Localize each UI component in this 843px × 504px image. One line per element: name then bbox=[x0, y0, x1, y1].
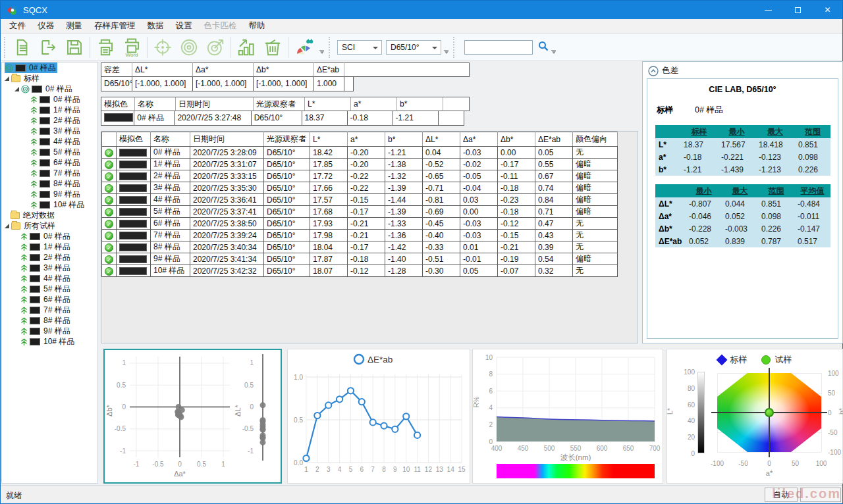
color-difference-panel: 色差 CIE LAB, D65/10° 标样 0# 样品 标样最小最大范围L*1… bbox=[642, 61, 843, 343]
data-cell: 0.43 bbox=[535, 230, 573, 241]
toolbar-overflow-icon[interactable] bbox=[444, 50, 449, 54]
export-button[interactable] bbox=[35, 36, 61, 59]
trend-chart-button[interactable] bbox=[233, 36, 259, 59]
menu-item-6[interactable]: 设置 bbox=[170, 19, 198, 33]
tree-item-0# 样品[interactable]: 0# 样品 bbox=[2, 84, 97, 94]
tree-item-绝对数据[interactable]: 绝对数据 bbox=[2, 210, 97, 220]
menu-item-7[interactable]: 色卡匹检 bbox=[198, 19, 243, 33]
reflectance-chart-card[interactable]: 4004505005506006507000246810R%波长(nm) bbox=[472, 349, 663, 484]
table-row[interactable]: ✓6# 样品2020/7/25 3:38:50D65/10°17.93-0.21… bbox=[102, 218, 618, 230]
tree-item-8# 样品[interactable]: 8# 样品 bbox=[2, 178, 97, 189]
tree-item-0# 样品[interactable]: 0# 样品 bbox=[2, 94, 97, 105]
sample-table: 模拟色名称日期时间光源观察者L*a*b*ΔL*Δa*Δb*ΔE*ab颜色偏向✓0… bbox=[101, 132, 618, 277]
toolbar-overflow-icon[interactable] bbox=[319, 50, 324, 54]
tree-item-1# 样品[interactable]: 1# 样品 bbox=[2, 241, 97, 252]
tree-item-9# 样品[interactable]: 9# 样品 bbox=[2, 189, 97, 199]
tree-expander-icon[interactable] bbox=[5, 224, 9, 228]
table-row[interactable]: ✓9# 样品2020/7/25 3:41:34D65/10°17.87-0.18… bbox=[102, 253, 618, 265]
tree-item-2# 样品[interactable]: 2# 样品 bbox=[2, 115, 97, 126]
menu-item-1[interactable]: 文件 bbox=[3, 19, 32, 33]
tree-item-标样[interactable]: 标样 bbox=[2, 73, 97, 84]
tree-item-5# 样品[interactable]: 5# 样品 bbox=[2, 147, 97, 157]
tree-item-3# 样品[interactable]: 3# 样品 bbox=[2, 126, 97, 136]
tree-item-0# 样品[interactable]: 0# 样品 bbox=[2, 231, 97, 241]
menu-item-4[interactable]: 存样库管理 bbox=[88, 19, 142, 33]
table-row[interactable]: ✓0# 样品2020/7/25 3:28:09D65/10°18.42-0.20… bbox=[102, 147, 618, 159]
tree-item-所有试样[interactable]: 所有试样 bbox=[2, 220, 97, 231]
delta-ab-scatter-chart-card[interactable]: -1-0.500.51-1-0.500.51Δa*Δb*-1-0.500.51Δ… bbox=[103, 349, 282, 484]
illuminant-observer-select[interactable]: D65/10° bbox=[386, 40, 441, 55]
tree-item-6# 样品[interactable]: 6# 样品 bbox=[2, 294, 97, 305]
search-icon[interactable] bbox=[538, 41, 549, 54]
print-button[interactable] bbox=[92, 36, 119, 59]
table-row[interactable]: ✓5# 样品2020/7/25 3:37:41D65/10°17.68-0.17… bbox=[102, 206, 618, 218]
value-cell: -0.228 bbox=[686, 222, 722, 235]
status-bar: 就绪 自动 liled.com bbox=[1, 485, 842, 503]
tree-item-10# 样品[interactable]: 10# 样品 bbox=[2, 199, 97, 210]
maximize-button[interactable] bbox=[783, 1, 813, 19]
tree-item-0# 样品[interactable]: 0# 样品 bbox=[2, 63, 97, 73]
tree-item-9# 样品[interactable]: 9# 样品 bbox=[2, 326, 97, 336]
tree-item-label: 3# 样品 bbox=[42, 263, 72, 274]
table-row[interactable]: ✓4# 样品2020/7/25 3:36:41D65/10°17.57-0.15… bbox=[102, 194, 618, 206]
print-word-button[interactable]: Word bbox=[119, 36, 145, 59]
table-row[interactable]: ✓2# 样品2020/7/25 3:33:15D65/10°17.72-0.22… bbox=[102, 170, 618, 182]
column-header: 最大 bbox=[755, 125, 795, 138]
value-cell: [-1.000, 1.000] bbox=[132, 77, 193, 91]
menu-item-2[interactable]: 仪器 bbox=[32, 19, 60, 33]
tree-item-8# 样品[interactable]: 8# 样品 bbox=[2, 315, 97, 326]
delta-e-line-plot: ΔE*ab1234567891011121314150.00.51.0 bbox=[288, 349, 470, 483]
data-cell: 0# 样品 bbox=[151, 147, 190, 159]
table-row[interactable]: ✓1# 样品2020/7/25 3:31:07D65/10°17.85-0.20… bbox=[102, 159, 618, 170]
delete-button[interactable] bbox=[259, 36, 286, 59]
tree-expander-icon[interactable] bbox=[14, 87, 19, 91]
tree-item-7# 样品[interactable]: 7# 样品 bbox=[2, 168, 97, 178]
delta-e-line-chart-card[interactable]: ΔE*ab1234567891011121314150.00.51.0 bbox=[287, 349, 470, 484]
menu-item-3[interactable]: 测量 bbox=[60, 19, 88, 33]
save-button[interactable] bbox=[61, 36, 88, 59]
data-cell: 偏暗 bbox=[573, 170, 618, 182]
value-row[interactable]: 0# 样品2020/7/25 3:27:48D65/10°18.37-0.18-… bbox=[101, 111, 470, 126]
tree-item-4# 样品[interactable]: 4# 样品 bbox=[2, 136, 97, 147]
table-row[interactable]: ✓7# 样品2020/7/25 3:39:24D65/10°17.98-0.21… bbox=[102, 230, 618, 241]
tree-item-3# 样品[interactable]: 3# 样品 bbox=[2, 263, 97, 273]
tree-item-4# 样品[interactable]: 4# 样品 bbox=[2, 273, 97, 284]
tree-item-label: 10# 样品 bbox=[42, 336, 76, 347]
collapse-chevron-icon[interactable] bbox=[648, 66, 659, 76]
tree-item-6# 样品[interactable]: 6# 样品 bbox=[2, 157, 97, 168]
data-cell: 5# 样品 bbox=[151, 206, 190, 218]
value-row[interactable]: D65/10°[-1.000, 1.000][-1.000, 1.000][-1… bbox=[101, 77, 470, 91]
tree-item-content: 6# 样品 bbox=[20, 294, 72, 305]
sci-mode-select[interactable]: SCI bbox=[337, 40, 382, 55]
overflow-bar bbox=[319, 50, 324, 51]
color-search-button[interactable] bbox=[290, 36, 317, 59]
table-row[interactable]: ✓8# 样品2020/7/25 3:40:34D65/10°18.04-0.17… bbox=[102, 241, 618, 253]
tick-label: 4 bbox=[338, 466, 342, 473]
tick-label: 650 bbox=[623, 445, 634, 452]
table-row[interactable]: ✓3# 样品2020/7/25 3:35:30D65/10°17.66-0.22… bbox=[102, 182, 618, 194]
data-point-marker bbox=[303, 455, 309, 461]
tree-item-2# 样品[interactable]: 2# 样品 bbox=[2, 252, 97, 263]
column-header: 最小 bbox=[686, 184, 722, 197]
value-cell: 17.567 bbox=[718, 138, 755, 151]
toolbar-overflow-icon[interactable] bbox=[551, 50, 556, 54]
check-icon: ✓ bbox=[105, 220, 113, 228]
tree-item-1# 样品[interactable]: 1# 样品 bbox=[2, 105, 97, 115]
tree-expander-icon[interactable] bbox=[5, 76, 9, 81]
tree-item-5# 样品[interactable]: 5# 样品 bbox=[2, 284, 97, 294]
tree-item-7# 样品[interactable]: 7# 样品 bbox=[2, 305, 97, 315]
search-input[interactable] bbox=[464, 40, 533, 55]
swatch-cell bbox=[117, 265, 151, 277]
menu-item-8[interactable]: 帮助 bbox=[243, 19, 271, 33]
close-button[interactable]: ✕ bbox=[813, 1, 842, 19]
new-document-button[interactable] bbox=[9, 36, 35, 59]
color-swatch bbox=[30, 328, 40, 335]
check-cell: ✓ bbox=[102, 182, 117, 194]
table-row[interactable]: ✓10# 样品2020/7/25 3:42:32D65/10°18.07-0.1… bbox=[102, 265, 618, 277]
color-swatch bbox=[119, 255, 147, 263]
lab-color-wheel-chart-card[interactable]: 标样试样 100806040200L*100500-50-100b*-100-5… bbox=[666, 349, 843, 484]
tree-item-10# 样品[interactable]: 10# 样品 bbox=[2, 336, 97, 347]
menu-item-5[interactable]: 数据 bbox=[142, 19, 170, 33]
l-axis-tick: 100 bbox=[676, 368, 695, 376]
minimize-button[interactable] bbox=[753, 1, 783, 19]
